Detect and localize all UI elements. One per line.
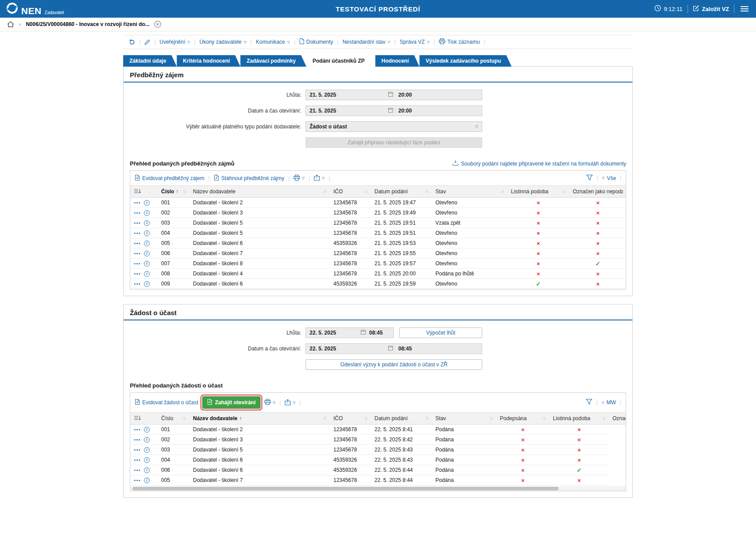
table-row[interactable]: i002Dodavatel - školení 31234567821. 5. … xyxy=(130,208,626,218)
deadline-datetime-field[interactable]: 21. 5. 2025 20:00 xyxy=(306,90,482,100)
filter-chevron-icon[interactable]: ▽ xyxy=(603,417,605,421)
row-info-icon[interactable]: i xyxy=(144,281,150,287)
submission-files-link[interactable]: Soubory podání najdete připravené ke sta… xyxy=(453,160,626,167)
row-info-icon[interactable]: i xyxy=(144,447,150,453)
table-row[interactable]: i004Dodavatel - školení 64535932622. 5. … xyxy=(130,455,626,465)
filter-chevron-icon[interactable]: ▽ xyxy=(501,190,504,194)
column-header-stav[interactable]: Stav▽ xyxy=(432,186,507,198)
row-info-icon[interactable]: i xyxy=(144,230,150,236)
row-menu-icon[interactable] xyxy=(134,202,140,204)
calendar-icon[interactable] xyxy=(388,108,393,114)
tab-vysledek-zadavaciho-postupu[interactable]: Výsledek zadávacího postupu xyxy=(420,55,512,67)
export-grid-button[interactable]: ▽ xyxy=(285,399,295,406)
row-menu-icon[interactable] xyxy=(134,273,140,275)
row-menu-icon[interactable] xyxy=(134,242,140,245)
deadline-calculation-button[interactable]: Výpočet lhůt xyxy=(399,327,482,338)
tab-podani-ucastniku-zp[interactable]: Podání účastníků ZP xyxy=(306,55,375,67)
row-info-icon[interactable]: i xyxy=(144,437,150,443)
table-row[interactable]: i003Dodavatel - školení 51234567821. 5. … xyxy=(130,218,626,228)
table-row[interactable]: i003Dodavatel - školení 51234567822. 5. … xyxy=(130,445,626,455)
print-grid-button[interactable]: ▽ xyxy=(294,175,305,182)
filter-chevron-icon[interactable]: ▽ xyxy=(324,417,326,421)
table-row[interactable]: i002Dodavatel - školení 31234567822. 5. … xyxy=(130,435,626,445)
tab-kriteria-hodnoceni[interactable]: Kritéria hodnocení xyxy=(177,55,240,67)
column-header-datum-podani[interactable]: Datum podání▽ xyxy=(371,413,432,425)
tab-hodnoceni[interactable]: Hodnocení xyxy=(375,55,420,67)
row-menu-icon[interactable] xyxy=(134,429,140,431)
filter-chevron-icon[interactable]: ▽ xyxy=(426,190,428,194)
view-selector[interactable]: ▽MW xyxy=(601,399,616,406)
filter-icon[interactable] xyxy=(586,399,592,406)
column-header-oznacen-jako-nepodany[interactable]: Označen jako nepodaný xyxy=(569,186,626,198)
horizontal-scrollbar[interactable] xyxy=(130,486,626,491)
menu-dokumenty[interactable]: Dokumenty xyxy=(299,38,333,45)
start-next-phase-button[interactable]: Zahájit přípravu následující fáze podání xyxy=(306,137,482,148)
row-menu-icon[interactable] xyxy=(134,232,140,234)
filter-chevron-icon[interactable]: ▽ xyxy=(365,190,367,194)
row-info-icon[interactable]: i xyxy=(144,261,150,267)
menu-uverejneni[interactable]: Uveřejnění▽ xyxy=(159,39,190,45)
filter-chevron-icon[interactable]: ▽ xyxy=(426,417,428,421)
register-preliminary-interest-button[interactable]: Evidovat předběžný zájem xyxy=(135,175,204,182)
row-info-icon[interactable]: i xyxy=(144,210,150,216)
table-row[interactable]: i004Dodavatel - školení 51234567821. 5. … xyxy=(130,228,626,238)
time-value[interactable]: 08:45 xyxy=(393,346,412,352)
row-menu-icon[interactable] xyxy=(134,212,140,214)
home-icon[interactable] xyxy=(7,21,14,27)
table-row[interactable]: i008Dodavatel - školení 41234567821. 5. … xyxy=(130,269,626,279)
table-row[interactable]: i007Dodavatel - školení 81234567821. 5. … xyxy=(130,259,626,269)
column-header-cislo[interactable]: Číslo↑▽ xyxy=(158,186,189,198)
column-header-nazev-dodavatele[interactable]: Název dodavatele↑▽ xyxy=(189,413,330,425)
table-row[interactable]: i001Dodavatel - školení 21234567821. 5. … xyxy=(130,198,626,208)
opening-datetime-field[interactable]: 22. 5. 2025 08:45 xyxy=(306,343,482,354)
date-value[interactable]: 21. 5. 2025 xyxy=(310,92,388,98)
filter-chevron-icon[interactable]: ▽ xyxy=(324,190,326,194)
date-value[interactable]: 22. 5. 2025 xyxy=(310,330,361,336)
column-header-listinna-podoba[interactable]: Listinná podoba▽ xyxy=(507,186,569,198)
row-info-icon[interactable]: i xyxy=(144,251,150,256)
edit-pencil-icon[interactable] xyxy=(144,39,150,45)
filter-chevron-icon[interactable]: ▽ xyxy=(365,417,367,421)
filter-chevron-icon[interactable]: ▽ xyxy=(183,417,186,421)
row-menu-icon[interactable] xyxy=(134,459,140,461)
menu-ukony-zadavatele[interactable]: Úkony zadavatele▽ xyxy=(200,39,247,45)
row-menu-icon[interactable] xyxy=(134,439,140,441)
column-settings-icon[interactable] xyxy=(134,416,141,422)
row-info-icon[interactable]: i xyxy=(144,200,150,206)
date-value[interactable]: 21. 5. 2025 xyxy=(310,108,388,114)
send-participation-request-button[interactable]: Odeslání výzvy k podání žádosti o účast … xyxy=(306,359,482,370)
row-menu-icon[interactable] xyxy=(134,479,140,482)
column-header-oznacen-jako-nepodany[interactable]: Označen jako nepodaný xyxy=(609,413,626,425)
menu-tisk-zaznamu[interactable]: Tisk záznamu xyxy=(439,38,480,45)
row-info-icon[interactable]: i xyxy=(144,457,150,463)
column-header-cislo[interactable]: Číslo▽ xyxy=(158,413,189,425)
row-info-icon[interactable]: i xyxy=(144,220,150,226)
opening-datetime-field[interactable]: 21. 5. 2025 20:00 xyxy=(306,105,482,116)
start-opening-button[interactable]: Zahájit otevírání xyxy=(202,396,261,409)
view-selector[interactable]: ▽Vše xyxy=(602,175,616,181)
time-value[interactable]: 08:45 xyxy=(366,330,383,336)
create-vz-button[interactable]: Založit VZ xyxy=(693,5,729,13)
table-row[interactable]: i005Dodavatel - školení 64535932621. 5. … xyxy=(130,238,626,248)
download-preliminary-interests-button[interactable]: Stáhnout předběžné zájmy xyxy=(214,175,284,182)
tab-zadavaci-podminky[interactable]: Zadávací podmínky xyxy=(240,55,306,67)
filter-icon[interactable] xyxy=(586,175,593,182)
table-row[interactable]: i005Dodavatel - školení 71234567822. 5. … xyxy=(130,475,626,485)
column-header-ico[interactable]: IČO▽ xyxy=(330,413,371,425)
column-settings-header[interactable] xyxy=(130,413,158,425)
tab-zakladni-udaje[interactable]: Základní údaje xyxy=(123,55,177,67)
export-grid-button[interactable]: ▽ xyxy=(314,174,325,182)
row-menu-icon[interactable] xyxy=(134,263,140,265)
column-settings-icon[interactable] xyxy=(134,189,141,195)
row-info-icon[interactable]: i xyxy=(144,427,150,433)
calendar-icon[interactable] xyxy=(388,346,393,352)
submission-type-select[interactable]: Žádost o účast ▽ xyxy=(306,121,482,132)
register-participation-request-button[interactable]: Evidovat žádost o účast xyxy=(135,399,198,406)
table-row[interactable]: i006Dodavatel - školení 71234567821. 5. … xyxy=(130,248,626,259)
column-settings-header[interactable] xyxy=(130,186,158,198)
row-menu-icon[interactable] xyxy=(134,252,140,255)
table-row[interactable]: i001Dodavatel - školení 21234567822. 5. … xyxy=(130,425,626,435)
column-header-nazev-dodavatele[interactable]: Název dodavatele▽ xyxy=(189,186,330,198)
column-header-stav[interactable]: Stav▽ xyxy=(432,413,496,425)
calendar-icon[interactable] xyxy=(388,92,393,98)
